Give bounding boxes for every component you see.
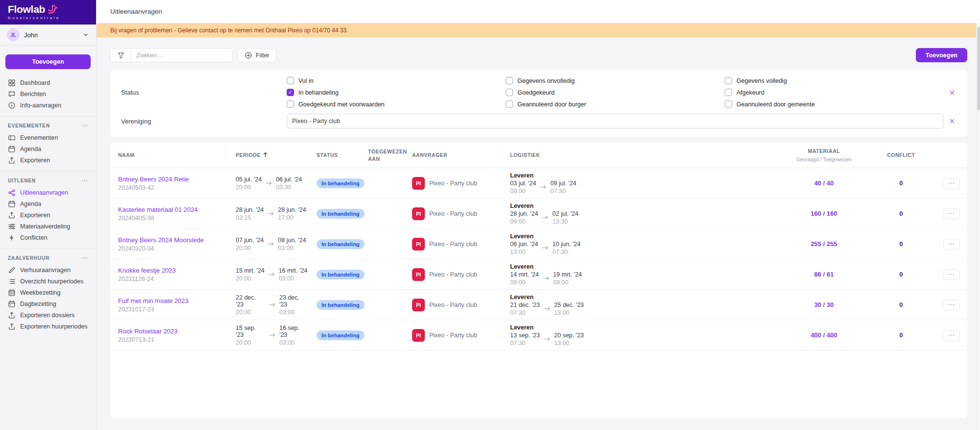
sidebar-item[interactable]: Verhuuraanvragen	[0, 264, 96, 276]
table-header-row: NAAM PERIODE STATUS TOEGEWEZEN AAN AANVR…	[110, 143, 967, 168]
time: 20:00	[236, 275, 265, 282]
row-actions-button[interactable]	[943, 300, 960, 310]
sidebar-item[interactable]: Agenda	[0, 143, 96, 154]
cell-status: In behandeling	[309, 209, 360, 219]
arrow-right-icon	[267, 241, 274, 247]
column-header-status[interactable]: STATUS	[309, 152, 360, 158]
scrollbar-track[interactable]	[976, 23, 980, 430]
column-header-conflict[interactable]: CONFLICT	[867, 152, 935, 158]
sidebar-item[interactable]: Weekbezetting	[0, 287, 96, 298]
status-checkbox[interactable]: Goedgekeurd met voorwaarden	[287, 101, 506, 108]
column-header-naam[interactable]: NAAM	[110, 152, 228, 158]
time: 13:30	[552, 218, 578, 225]
request-name-link[interactable]: Kasterlee materiaal 01 2024	[118, 206, 228, 213]
logistics-type: Leveren	[510, 172, 781, 179]
logistics-range: 28 jun. '24 09:00 02 jul. '24 13:30	[510, 210, 781, 225]
sidebar-item[interactable]: Dashboard	[0, 77, 96, 88]
logistics-end: 19 mrt. '24 09:00	[553, 271, 582, 286]
sidebar-item[interactable]: Exporteren dossiers	[0, 309, 96, 321]
table-row[interactable]: Britney Beers 2024 Retie 20240503-42 05 …	[110, 168, 967, 199]
section-more-button[interactable]	[81, 177, 88, 184]
table-body: Britney Beers 2024 Retie 20240503-42 05 …	[110, 168, 967, 351]
table-row[interactable]: Rock Rotselaar 2023 20230713-21 15 sep. …	[110, 320, 967, 351]
sidebar-nav-top: Dashboard Berichten Info-aanvragen	[0, 77, 96, 111]
clear-status-filter-button[interactable]	[944, 89, 960, 96]
status-checkbox[interactable]: In behandeling	[287, 89, 506, 96]
sidebar-item[interactable]: Exporteren huurperiodes	[0, 321, 96, 332]
logistics-type: Leveren	[510, 324, 781, 331]
time: 03:00	[279, 339, 309, 346]
conflict-count: 0	[867, 180, 935, 187]
clear-vereniging-filter-button[interactable]	[944, 118, 960, 125]
sidebar-item[interactable]: Exporteren	[0, 209, 96, 221]
status-checkbox[interactable]: Vul in	[287, 77, 506, 84]
sidebar-item[interactable]: Uitleenaanvragen	[0, 187, 96, 198]
section-more-button[interactable]	[81, 254, 88, 262]
sidebar-item[interactable]: Exporteren	[0, 154, 96, 166]
logistics-type: Leveren	[510, 202, 781, 209]
status-checkbox[interactable]: Goedgekeurd	[506, 89, 725, 96]
export-icon	[8, 156, 16, 164]
request-name-link[interactable]: Knokke feestje 2023	[118, 267, 228, 274]
user-menu[interactable]: JL John	[0, 25, 96, 46]
sidebar-item[interactable]: Dagbezetting	[0, 298, 96, 309]
status-checkbox[interactable]: Gegevens onvolledig	[506, 77, 725, 84]
column-label: MATERIAAL	[781, 148, 867, 154]
cell-periode: 22 dec. '23 20:00 23 dec. '23 03:00	[228, 294, 309, 316]
logistics-range: 06 jun. '24 13:00 10 jun. '24 07:30	[510, 241, 781, 255]
cell-status: In behandeling	[309, 239, 360, 249]
logistics-range: 03 jul. '24 09:00 09 jul. '24 07:30	[510, 180, 781, 195]
date: 22 dec. '23	[236, 294, 265, 308]
search-input[interactable]	[131, 49, 232, 62]
row-actions-button[interactable]	[943, 208, 960, 219]
sidebar-item[interactable]: Info-aanvragen	[0, 100, 96, 111]
scrollbar-thumb[interactable]	[977, 27, 980, 110]
status-checkbox-grid: Vul in Gegevens onvolledig Gegevens voll…	[287, 77, 944, 108]
column-header-aanvrager[interactable]: AANVRAGER	[404, 152, 502, 158]
status-checkbox[interactable]: Afgekeurd	[725, 89, 944, 96]
column-header-materiaal[interactable]: MATERIAAL Gevraagd / Toegewezen	[781, 148, 867, 162]
row-actions-button[interactable]	[943, 239, 960, 250]
requester-name: Pixeo - Party club	[429, 271, 477, 278]
status-checkbox[interactable]: Geannuleerd door gemeente	[725, 101, 944, 108]
requester-name: Pixeo - Party club	[429, 210, 477, 217]
row-actions-button[interactable]	[943, 269, 960, 280]
sidebar-item[interactable]: Materiaalverdeling	[0, 221, 96, 232]
notice-text: Bij vragen of problemen - Gelieve contac…	[110, 27, 348, 34]
request-code: 20240503-42	[118, 184, 228, 191]
filter-button[interactable]: Filter	[238, 48, 276, 62]
request-name-link[interactable]: Fuif met min moate 2023	[118, 297, 228, 304]
status-checkbox[interactable]: Gegevens volledig	[725, 77, 944, 84]
sidebar-item[interactable]: Agenda	[0, 198, 96, 209]
table-row[interactable]: Britney Beers 2024 Moorslede 20240320-34…	[110, 229, 967, 259]
requester-name: Pixeo - Party club	[429, 332, 477, 339]
row-actions-button[interactable]	[943, 178, 960, 189]
sidebar-item[interactable]: Overzicht huurperiodes	[0, 276, 96, 287]
request-name-link[interactable]: Rock Rotselaar 2023	[118, 328, 228, 335]
toolbar: Filter Toevoegen	[110, 48, 967, 62]
row-actions-button[interactable]	[943, 330, 960, 341]
time: 03:30	[276, 184, 302, 191]
status-badge: In behandeling	[317, 300, 365, 310]
table-row[interactable]: Fuif met min moate 2023 20231017-23 22 d…	[110, 290, 967, 320]
sidebar-item[interactable]: Conflicten	[0, 232, 96, 243]
sidebar-item[interactable]: Evenementen	[0, 132, 96, 143]
status-checkbox[interactable]: Geannuleerd door burger	[506, 101, 725, 108]
sidebar-item[interactable]: Berichten	[0, 88, 96, 100]
sidebar-add-button[interactable]: Toevoegen	[5, 54, 91, 69]
table-row[interactable]: Knokke feestje 2023 20231128-24 15 mrt. …	[110, 259, 967, 290]
logistics-type: Leveren	[510, 233, 781, 240]
request-name-link[interactable]: Britney Beers 2024 Retie	[118, 176, 228, 183]
column-header-periode[interactable]: PERIODE	[228, 152, 309, 158]
time: 07:30	[550, 188, 576, 195]
add-request-button[interactable]: Toevoegen	[916, 48, 967, 62]
vereniging-input[interactable]	[287, 114, 944, 128]
section-more-button[interactable]	[81, 122, 88, 129]
column-header-logistiek[interactable]: LOGISTIEK	[502, 152, 781, 158]
table-row[interactable]: Kasterlee materiaal 01 2024 20240405-38 …	[110, 199, 967, 229]
column-header-toegewezen-aan[interactable]: TOEGEWEZEN AAN	[360, 148, 404, 162]
request-name-link[interactable]: Britney Beers 2024 Moorslede	[118, 236, 228, 244]
cell-periode: 05 jul. '24 20:00 06 jul. '24 03:30	[228, 176, 309, 191]
funnel-icon[interactable]	[111, 49, 131, 62]
cell-aanvrager: PI Pixeo - Party club	[404, 238, 502, 251]
